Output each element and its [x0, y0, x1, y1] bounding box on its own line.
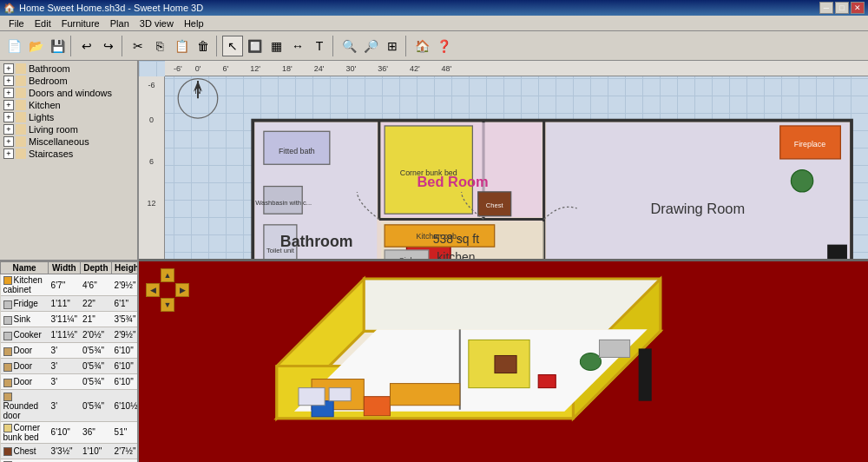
left-panel: + Bathroom + Bedroom + Doors and windows…: [0, 61, 139, 462]
cell-depth: 4'6": [80, 274, 111, 296]
help-button[interactable]: ❓: [433, 36, 454, 56]
select-button[interactable]: ↖: [222, 36, 243, 56]
create-dimensions-button[interactable]: ↔: [287, 36, 308, 56]
copy-button[interactable]: ⎘: [149, 36, 170, 56]
close-button[interactable]: ✕: [851, 2, 865, 14]
cell-width: 1'11": [49, 296, 80, 312]
open-button[interactable]: 📂: [25, 36, 46, 56]
fit-button[interactable]: ⊞: [382, 36, 403, 56]
table-row[interactable]: Aquarium4'1"1'1¾"4'2¾": [1, 459, 138, 462]
nav-right-button[interactable]: ▶: [175, 283, 189, 297]
nav-left-button[interactable]: ◀: [146, 283, 160, 297]
view-3d[interactable]: ▲ ◀ ▶ ▼: [139, 261, 868, 462]
expand-icon[interactable]: +: [3, 148, 14, 159]
color-swatch: [3, 447, 12, 456]
zoom-out-button[interactable]: 🔎: [360, 36, 381, 56]
expand-icon[interactable]: +: [3, 136, 14, 147]
delete-button[interactable]: 🗑: [193, 36, 214, 56]
table-row[interactable]: Door3'0'5¾"6'10": [1, 343, 138, 359]
col-height[interactable]: Height: [112, 262, 137, 274]
cell-name: Door: [1, 374, 49, 390]
expand-icon[interactable]: +: [3, 88, 14, 98]
cell-width: 1'11½": [49, 327, 80, 343]
cell-name: Door: [1, 343, 49, 359]
table-row[interactable]: Door3'0'5¾"6'10": [1, 374, 138, 390]
svg-rect-53: [639, 348, 652, 400]
tree-item-kitchen[interactable]: + Kitchen: [2, 99, 135, 111]
svg-text:Drawing Room: Drawing Room: [650, 201, 745, 216]
maximize-button[interactable]: □: [835, 2, 849, 14]
table-row[interactable]: Fridge1'11"22"6'1": [1, 296, 138, 312]
undo-button[interactable]: ↩: [76, 36, 97, 56]
furniture-table: Name Width Depth Height Visible Kitchen …: [0, 261, 137, 462]
tree-item-bathroom[interactable]: + Bathroom: [2, 63, 135, 75]
menu-file[interactable]: File: [3, 17, 30, 30]
cell-height: 2'9½": [112, 274, 137, 296]
category-icon: [16, 63, 26, 74]
cut-button[interactable]: ✂: [128, 36, 148, 56]
expand-icon[interactable]: +: [3, 100, 14, 110]
save-button[interactable]: 💾: [47, 36, 68, 56]
cell-width: 6'7": [49, 274, 80, 296]
ruler-label: 18': [282, 64, 293, 73]
tree-item-misc[interactable]: + Miscellaneous: [2, 135, 135, 148]
cell-depth: 1'10": [80, 444, 111, 459]
col-width[interactable]: Width: [49, 262, 80, 274]
svg-rect-51: [390, 384, 459, 406]
create-walls-button[interactable]: 🔲: [244, 36, 265, 56]
expand-icon[interactable]: +: [3, 63, 14, 74]
nav-up-button[interactable]: ▲: [161, 268, 174, 282]
tree-item-staircases[interactable]: + Staircases: [2, 148, 135, 160]
cell-depth: 0'5¾": [80, 343, 111, 359]
expand-icon[interactable]: +: [3, 124, 14, 135]
toolbar-separator-1: [70, 36, 74, 56]
cell-name: Rounded door: [1, 390, 49, 421]
ruler-label: 6': [222, 64, 228, 73]
cell-width: 6'10": [49, 421, 80, 443]
svg-rect-55: [329, 388, 351, 401]
3d-toggle-button[interactable]: 🏠: [411, 36, 432, 56]
ruler-label-left: -6: [148, 81, 155, 89]
table-row[interactable]: Chest3'3½"1'10"2'7½": [1, 444, 138, 459]
menu-3dview[interactable]: 3D view: [135, 17, 179, 30]
menu-edit[interactable]: Edit: [30, 17, 56, 30]
table-row[interactable]: Door3'0'5¾"6'10": [1, 359, 138, 374]
cell-width: 3': [49, 390, 80, 421]
ruler-label: 0': [195, 64, 201, 73]
nav-down-button[interactable]: ▼: [161, 298, 174, 312]
minimize-button[interactable]: ─: [819, 2, 833, 14]
furniture-table-area[interactable]: Name Width Depth Height Visible Kitchen …: [0, 261, 137, 462]
cell-name: Cooker: [1, 327, 49, 343]
cell-name: Corner bunk bed: [1, 421, 49, 443]
table-row[interactable]: Corner bunk bed6'10"36"51": [1, 421, 138, 443]
tree-item-doors[interactable]: + Doors and windows: [2, 87, 135, 99]
menu-plan[interactable]: Plan: [105, 17, 135, 30]
table-row[interactable]: Kitchen cabinet6'7"4'6"2'9½": [1, 274, 138, 296]
create-rooms-button[interactable]: ▦: [266, 36, 286, 56]
tree-item-bedroom[interactable]: + Bedroom: [2, 75, 135, 87]
table-row[interactable]: Rounded door3'0'5¾"6'10½": [1, 390, 138, 421]
menu-help[interactable]: Help: [179, 17, 209, 30]
expand-icon[interactable]: +: [3, 112, 14, 122]
zoom-in-button[interactable]: 🔍: [339, 36, 359, 56]
tree-item-lights[interactable]: + Lights: [2, 111, 135, 123]
table-row[interactable]: Cooker1'11½"2'0½"2'9½": [1, 327, 138, 343]
table-row[interactable]: Sink3'11¼"21"3'5¾": [1, 312, 138, 327]
col-depth[interactable]: Depth: [80, 262, 111, 274]
create-labels-button[interactable]: T: [309, 36, 330, 56]
col-name[interactable]: Name: [1, 262, 49, 274]
new-button[interactable]: 📄: [3, 36, 24, 56]
color-swatch: [3, 347, 12, 356]
ruler-label: 42': [410, 64, 420, 73]
tree-view[interactable]: + Bathroom + Bedroom + Doors and windows…: [0, 61, 137, 261]
tree-label-kitchen: Kitchen: [29, 100, 61, 110]
redo-button[interactable]: ↪: [98, 36, 119, 56]
paste-button[interactable]: 📋: [171, 36, 192, 56]
expand-icon[interactable]: +: [3, 76, 14, 86]
3d-view-svg: [139, 261, 868, 462]
menu-furniture[interactable]: Furniture: [56, 17, 105, 30]
cell-width: 3': [49, 343, 80, 359]
tree-item-livingroom[interactable]: + Living room: [2, 123, 135, 135]
floor-plan[interactable]: -6' 0' 6' 12' 18' 24' 30' 36' 42' 48' -6…: [139, 61, 868, 261]
floor-plan-svg[interactable]: N: [165, 76, 868, 261]
